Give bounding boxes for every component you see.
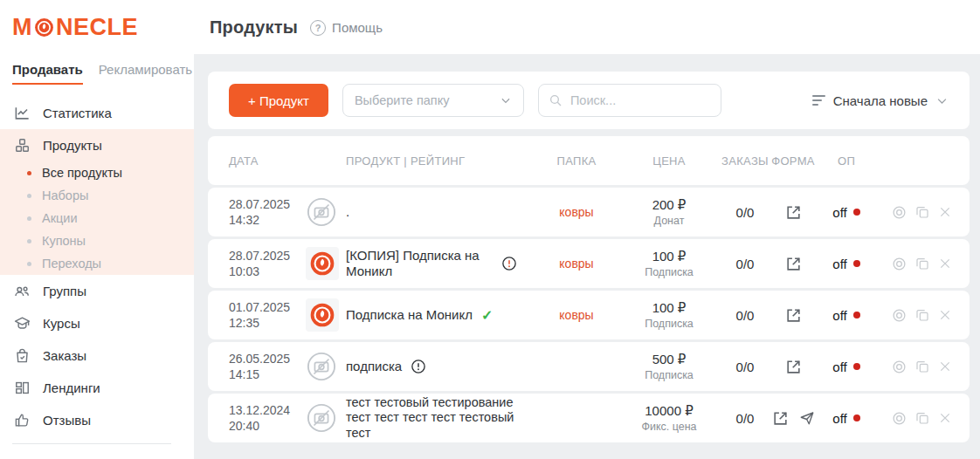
status-dot	[853, 414, 860, 421]
logo-text-end: NECLE	[56, 14, 138, 41]
folder-select[interactable]: Выберите папку	[342, 84, 524, 117]
views-icon[interactable]	[892, 257, 907, 271]
monecle-logo-thumb	[308, 301, 336, 329]
sidebar-item-statistics[interactable]: Статистика	[0, 97, 194, 129]
sidebar-item-courses[interactable]: Курсы	[0, 307, 194, 339]
app-logo[interactable]: MNECLE	[12, 14, 194, 41]
delete-icon[interactable]	[938, 411, 952, 425]
product-thumbnail	[306, 247, 339, 280]
product-name[interactable]: .	[346, 204, 349, 220]
search-input[interactable]	[570, 93, 701, 107]
op-status[interactable]: off	[816, 205, 877, 220]
logo-text-start: M	[12, 14, 32, 41]
price-cell: 100 ₽ Подписка	[618, 300, 720, 330]
monecle-o-icon	[33, 17, 55, 38]
folder-link[interactable]: ковры	[535, 308, 618, 322]
price-cell: 100 ₽ Подписка	[618, 249, 720, 278]
form-icon[interactable]	[785, 204, 802, 221]
table-header: ДАТА ПРОДУКТ | РЕЙТИНГ ПАПКА ЦЕНА ЗАКАЗЫ…	[208, 136, 970, 185]
col-orders: ЗАКАЗЫ	[720, 154, 770, 168]
check-icon: ✓	[481, 307, 493, 324]
status-dot	[853, 363, 860, 370]
main-content: + Продукт Выберите папку Сначала новые Д…	[194, 54, 980, 459]
sidebar-item-partner-program[interactable]: Партнерская программа	[0, 449, 194, 459]
sort-icon	[812, 95, 825, 106]
col-product-rating: ПРОДУКТ | РЕЙТИНГ	[346, 154, 535, 168]
bullet-icon	[27, 194, 31, 198]
views-icon[interactable]	[892, 205, 907, 220]
no-photo-icon	[306, 351, 337, 382]
sidebar-section-products: Продукты Все продукты Наборы Акции Купон…	[0, 129, 194, 275]
sidebar-item-coupons[interactable]: Купоны	[0, 230, 194, 252]
page-title: Продукты	[210, 17, 298, 38]
send-icon[interactable]	[799, 410, 815, 426]
sidebar-item-label: Статистика	[43, 106, 112, 120]
folder-link[interactable]: ковры	[535, 205, 618, 219]
chevron-down-icon	[935, 94, 949, 107]
folder-link[interactable]: ковры	[535, 257, 618, 271]
sidebar-divider	[12, 443, 171, 444]
sidebar-item-label: Группы	[43, 284, 86, 298]
sidebar-item-groups[interactable]: Группы	[0, 275, 194, 307]
delete-icon[interactable]	[938, 360, 952, 373]
tab-advertise[interactable]: Рекламировать	[99, 62, 192, 85]
product-name[interactable]: Подписка на Моникл	[346, 307, 473, 323]
op-status[interactable]: off	[816, 308, 877, 323]
landings-icon	[14, 380, 31, 396]
copy-icon[interactable]	[915, 308, 929, 322]
delete-icon[interactable]	[938, 308, 952, 322]
sidebar: MNECLE Продавать Рекламировать Статистик…	[0, 0, 194, 459]
copy-icon[interactable]	[915, 411, 929, 425]
sidebar-item-label: Продукты	[43, 138, 102, 153]
sidebar-item-label: Курсы	[43, 316, 80, 331]
sidebar-item-transitions[interactable]: Переходы	[0, 252, 194, 275]
sidebar-item-landings[interactable]: Лендинги	[0, 372, 194, 404]
sidebar-item-all-products[interactable]: Все продукты	[0, 161, 194, 184]
op-status[interactable]: off	[816, 411, 877, 426]
product-name[interactable]: подписка	[346, 359, 402, 374]
col-op: ОП	[816, 154, 877, 168]
views-icon[interactable]	[892, 308, 907, 323]
product-name[interactable]: [КОПИЯ] Подписка на Моникл	[346, 248, 493, 278]
sort-control[interactable]: Сначала новые	[812, 93, 949, 108]
chevron-down-icon	[500, 94, 512, 106]
form-icon[interactable]	[785, 256, 802, 272]
op-status[interactable]: off	[816, 257, 877, 271]
table-row: 26.05.202514:15 подписка 500 ₽ Подписка …	[208, 342, 970, 391]
copy-icon[interactable]	[915, 257, 929, 271]
product-name[interactable]: тест тестовый тестирование тест тест тес…	[346, 395, 535, 440]
add-product-button[interactable]: + Продукт	[229, 84, 328, 117]
sidebar-item-sets[interactable]: Наборы	[0, 184, 194, 207]
copy-icon[interactable]	[915, 360, 929, 373]
reviews-icon	[14, 412, 31, 428]
status-dot	[853, 312, 860, 319]
op-status[interactable]: off	[816, 360, 877, 374]
views-icon[interactable]	[892, 411, 907, 426]
form-icon[interactable]	[785, 307, 802, 324]
sidebar-item-products[interactable]: Продукты	[0, 129, 194, 161]
sidebar-item-reviews[interactable]: Отзывы	[0, 404, 194, 436]
bullet-icon	[27, 171, 31, 175]
sidebar-item-orders[interactable]: Заказы	[0, 339, 194, 372]
table-row: 28.07.202510:03 [КОПИЯ] Подписка на Мони…	[208, 239, 970, 288]
col-date: ДАТА	[229, 154, 306, 168]
help-link[interactable]: ? Помощь	[310, 20, 383, 36]
form-icon[interactable]	[785, 359, 802, 375]
sidebar-item-label: Отзывы	[43, 413, 91, 428]
tab-sell[interactable]: Продавать	[12, 62, 83, 85]
form-icon[interactable]	[772, 410, 789, 427]
copy-icon[interactable]	[915, 205, 929, 219]
product-thumbnail	[306, 298, 339, 332]
sub-item-label: Акции	[42, 211, 78, 225]
delete-icon[interactable]	[938, 205, 952, 219]
courses-icon	[14, 315, 31, 332]
delete-icon[interactable]	[938, 257, 952, 271]
orders-count: 0/0	[720, 308, 770, 323]
col-price: ЦЕНА	[618, 154, 720, 168]
search-box	[538, 84, 721, 117]
status-dot	[853, 260, 860, 267]
views-icon[interactable]	[892, 360, 907, 374]
bullet-icon	[27, 262, 31, 266]
sidebar-item-promos[interactable]: Акции	[0, 207, 194, 230]
row-date: 28.07.202514:32	[229, 196, 306, 228]
